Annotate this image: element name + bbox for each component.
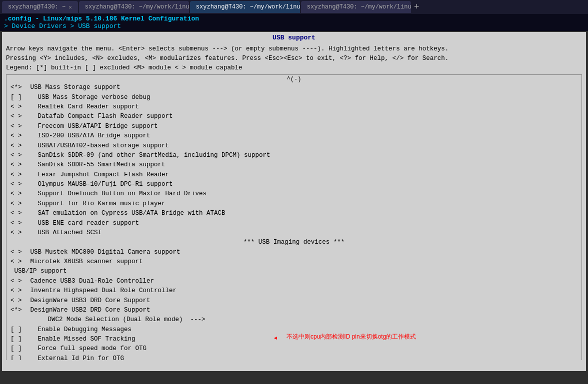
menu-bracket: < >: [10, 277, 26, 286]
info-line-2: Pressing <Y> includes, <N> excludes, <M>…: [6, 54, 582, 63]
menu-bracket: [ ]: [10, 335, 26, 344]
tab-1[interactable]: sxyzhang@T430: ~ ✕: [2, 1, 78, 13]
menu-item-text: USB Attached SCSI: [26, 228, 102, 238]
title-bar: .config - Linux/mips 5.10.186 Kernel Con…: [0, 14, 588, 31]
title-line1: .config - Linux/mips 5.10.186 Kernel Con…: [4, 15, 584, 22]
title-line2: > Device Drivers > USB support: [4, 22, 584, 30]
menu-item-text: USB Mass Storage verbose debug: [26, 93, 150, 102]
menu-item-text: SanDisk SDDR-55 SmartMedia support: [26, 160, 166, 170]
menu-item[interactable]: < > Freecom USB/ATAPI Bridge support: [6, 122, 582, 131]
tab-4[interactable]: sxyzhang@T430: ~/my/work/linu... ✕: [301, 1, 411, 13]
menu-item-text: Enable Missed SOF Tracking: [26, 335, 136, 344]
menu-item-text: Cadence USB3 Dual-Role Controller: [26, 277, 154, 286]
top-indicator: ^(-): [6, 76, 582, 83]
menu-area[interactable]: ^(-) <*> USB Mass Storage support[ ] USB…: [2, 73, 586, 360]
menu-item[interactable]: < > Cadence USB3 Dual-Role Controller: [6, 277, 582, 286]
menu-item-text: Olympus MAUSB-10/Fuji DPC-R1 support: [26, 180, 173, 189]
menu-bracket: < >: [10, 180, 26, 189]
menu-bracket: <*>: [10, 306, 26, 315]
menu-item[interactable]: [ ] External Id Pin for OTG: [6, 354, 582, 361]
tab-3[interactable]: sxyzhang@T430: ~/my/work/linu... ✕: [190, 1, 300, 13]
menu-item[interactable]: DWC2 Mode Selection (Dual Role mode) ---…: [6, 315, 582, 325]
menu-item[interactable]: < > Olympus MAUSB-10/Fuji DPC-R1 support: [6, 180, 582, 189]
menu-bracket: < >: [10, 160, 26, 170]
menu-bracket: < >: [10, 248, 26, 257]
menu-item[interactable]: < > SanDisk SDDR-09 (and other SmartMedi…: [6, 151, 582, 160]
menu-bracket: < >: [10, 112, 26, 121]
menu-item-text: USB Mustek MDC800 Digital Camera support: [26, 248, 180, 257]
menu-item-text: Support OneTouch Button on Maxtor Hard D…: [26, 189, 206, 199]
menu-item[interactable]: <*> USB Mass Storage support: [6, 83, 582, 92]
menu-item[interactable]: <*> DesignWare USB2 DRD Core Support: [6, 306, 582, 315]
menu-bracket: < >: [10, 219, 26, 228]
menu-item-text: Freecom USB/ATAPI Bridge support: [26, 122, 158, 131]
menu-bracket: < >: [10, 286, 26, 296]
menu-bracket: [ ]: [10, 354, 26, 361]
menu-item[interactable]: [ ] USB Mass Storage verbose debug: [6, 93, 582, 102]
menu-bracket: < >: [10, 170, 26, 180]
menu-item[interactable]: < > Support for Rio Karma music player: [6, 199, 582, 209]
menu-item[interactable]: < > ISD-200 USB/ATA Bridge support: [6, 131, 582, 141]
info-line-3: Legend: [*] built-in [ ] excluded <M> mo…: [6, 63, 582, 73]
menu-item[interactable]: < > Inventra Highspeed Dual Role Control…: [6, 286, 582, 296]
menu-item[interactable]: USB/IP support: [6, 267, 582, 276]
menu-item[interactable]: < > Support OneTouch Button on Maxtor Ha…: [6, 189, 582, 199]
menu-item[interactable]: < > USB ENE card reader support: [6, 219, 582, 228]
menu-item[interactable]: [ ] Force full speed mode for OTG: [6, 344, 582, 354]
menu-item-text: Inventra Highspeed Dual Role Controller: [26, 286, 176, 296]
menu-item[interactable]: < > USB Mustek MDC800 Digital Camera sup…: [6, 248, 582, 257]
menu-item[interactable]: < > DesignWare USB3 DRD Core Support: [6, 296, 582, 306]
menu-item-text: USB ENE card reader support: [26, 219, 139, 228]
main-content: USB support Arrow keys navigate the menu…: [2, 32, 586, 371]
menu-item-text: USB Mass Storage support: [26, 83, 120, 92]
menu-bracket: < >: [10, 209, 26, 218]
menu-bracket: <*>: [10, 83, 26, 92]
menu-item-text: DesignWare USB3 DRD Core Support: [26, 296, 150, 306]
menu-bracket: < >: [10, 102, 26, 112]
menu-bracket: < >: [10, 151, 26, 160]
menu-item[interactable]: < > SAT emulation on Cypress USB/ATA Bri…: [6, 209, 582, 218]
menu-item-text: Support for Rio Karma music player: [26, 199, 166, 209]
page-title: USB support: [2, 32, 586, 42]
menu-bracket: < >: [10, 296, 26, 306]
menu-item-text: DesignWare USB2 DRD Core Support: [26, 306, 150, 315]
menu-bracket: < >: [10, 141, 26, 151]
menu-bracket: < >: [10, 199, 26, 209]
menu-item-text: Microtek X6USB scanner support: [26, 257, 143, 267]
menu-item-text: SAT emulation on Cypress USB/ATA Bridge …: [26, 209, 226, 218]
menu-item-text: Datafab Compact Flash Reader support: [26, 112, 173, 121]
menu-bracket: < >: [10, 228, 26, 238]
tab-close-1[interactable]: ✕: [68, 4, 72, 10]
menu-bracket: < >: [10, 189, 26, 199]
info-line-1: Arrow keys navigate the menu. <Enter> se…: [6, 44, 582, 54]
menu-item-text: ISD-200 USB/ATA Bridge support: [26, 131, 150, 141]
menu-bracket: [ ]: [10, 325, 26, 335]
menu-bracket: < >: [10, 131, 26, 141]
menu-item[interactable]: < > SanDisk SDDR-55 SmartMedia support: [6, 160, 582, 170]
menu-bracket: < >: [10, 122, 26, 131]
menu-bracket: < >: [10, 257, 26, 267]
menu-bracket: [ ]: [10, 344, 26, 354]
menu-item-text: Realtek Card Reader support: [26, 102, 139, 112]
menu-item-text: Enable Debugging Messages: [26, 325, 132, 335]
menu-item[interactable]: < > Datafab Compact Flash Reader support: [6, 112, 582, 121]
tab-2[interactable]: sxyzhang@T430: ~/my/work/linu... ✕: [79, 1, 189, 13]
tab-bar: sxyzhang@T430: ~ ✕ sxyzhang@T430: ~/my/w…: [0, 0, 588, 14]
menu-item[interactable]: [ ] Enable Debugging Messages: [6, 325, 582, 335]
menu-item[interactable]: < > Microtek X6USB scanner support: [6, 257, 582, 267]
menu-item[interactable]: < > Lexar Jumpshot Compact Flash Reader: [6, 170, 582, 180]
menu-item[interactable]: < > Realtek Card Reader support: [6, 102, 582, 112]
menu-item-text: SanDisk SDDR-09 (and other SmartMedia, i…: [26, 151, 270, 160]
menu-border: ^(-) <*> USB Mass Storage support[ ] USB…: [6, 74, 582, 360]
menu-bracket: [ ]: [10, 93, 26, 102]
menu-item-text: External Id Pin for OTG: [26, 354, 124, 361]
menu-item-text: USBAT/USBAT02-based storage support: [26, 141, 169, 151]
new-tab-button[interactable]: +: [414, 2, 420, 12]
menu-item-text: Force full speed mode for OTG: [26, 344, 146, 354]
menu-item[interactable]: < > USB Attached SCSI: [6, 228, 582, 238]
info-header: Arrow keys navigate the menu. <Enter> se…: [2, 42, 586, 73]
menu-item-text: Lexar Jumpshot Compact Flash Reader: [26, 170, 169, 180]
menu-item[interactable]: < > USBAT/USBAT02-based storage support: [6, 141, 582, 151]
menu-item[interactable]: *** USB Imaging devices ***: [6, 238, 582, 247]
menu-item[interactable]: [ ] Enable Missed SOF Tracking: [6, 335, 582, 344]
